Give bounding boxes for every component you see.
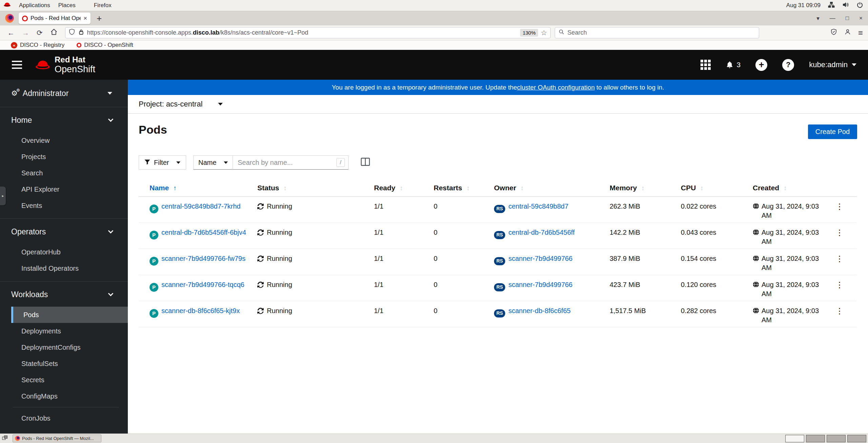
sidebar-item-deployments[interactable]: Deployments	[0, 323, 128, 339]
browser-search-bar[interactable]	[555, 27, 759, 38]
column-header-name[interactable]: Name↑	[139, 181, 257, 197]
window-maximize-button[interactable]: □	[846, 15, 849, 22]
kebab-menu-icon[interactable]: ⋮	[827, 254, 844, 263]
url-text[interactable]: https://console-openshift-console.apps.d…	[87, 29, 308, 36]
zoom-level-badge[interactable]: 130%	[520, 29, 538, 37]
window-close-button[interactable]: ×	[859, 15, 863, 22]
chevron-down-icon	[108, 228, 114, 233]
menu-firefox[interactable]: Firefox	[94, 2, 112, 9]
menu-places[interactable]: Places	[58, 2, 76, 9]
workspace-3[interactable]	[827, 435, 846, 442]
sidebar-item-installed-operators[interactable]: Installed Operators	[0, 260, 128, 276]
forward-button[interactable]: →	[22, 29, 29, 37]
url-bar[interactable]: https://console-openshift-console.apps.d…	[65, 27, 551, 38]
pod-badge: P	[150, 231, 158, 239]
sidebar-item-cronjobs[interactable]: CronJobs	[0, 410, 128, 426]
pod-link[interactable]: central-59c849b8d7-7krhd	[161, 203, 241, 210]
owner-link[interactable]: central-db-7d6b5456ff	[508, 229, 574, 236]
menu-applications[interactable]: Applications	[19, 2, 50, 9]
taskbar-window-button[interactable]: Pods - Red Hat OpenShift — Mozil...	[13, 435, 101, 442]
sidebar-item-secrets[interactable]: Secrets	[0, 372, 128, 388]
caret-down-icon	[224, 161, 228, 164]
bookmark-disco-registry[interactable]: « DISCO - Registry	[11, 42, 64, 49]
owner-link[interactable]: scanner-7b9d499766	[508, 255, 572, 262]
browser-search-input[interactable]	[568, 29, 755, 36]
nav-section-workloads[interactable]: Workloads	[0, 284, 128, 305]
nav-section-operators[interactable]: Operators	[0, 221, 128, 242]
column-header-memory[interactable]: Memory↕	[610, 181, 681, 197]
pod-link[interactable]: scanner-db-8f6c6f65-kjt9x	[161, 307, 240, 314]
app-menu-icon[interactable]: ≡	[858, 28, 863, 38]
name-search-input[interactable]	[238, 159, 336, 167]
owner-link[interactable]: central-59c849b8d7	[508, 203, 568, 210]
user-menu[interactable]: kube:admin	[809, 60, 856, 69]
account-icon[interactable]	[844, 28, 851, 37]
sidebar-item-overview[interactable]: Overview	[0, 132, 128, 149]
window-list-icon[interactable]	[2, 435, 8, 442]
bookmark-star-icon[interactable]: ☆	[541, 29, 547, 37]
kebab-menu-icon[interactable]: ⋮	[827, 202, 844, 211]
column-header-status[interactable]: Status↕	[257, 181, 374, 197]
workspace-2[interactable]	[806, 435, 825, 442]
network-icon[interactable]	[828, 1, 835, 10]
workspace-4[interactable]	[847, 435, 866, 442]
sidebar-item-events[interactable]: Events	[0, 197, 128, 214]
column-header-ready[interactable]: Ready↕	[374, 181, 434, 197]
volume-icon[interactable]	[842, 1, 849, 10]
tab-close-icon[interactable]: ×	[83, 15, 87, 22]
home-button[interactable]	[50, 28, 58, 37]
project-selector[interactable]: Project: acs-central	[128, 95, 868, 114]
manage-columns-icon[interactable]	[361, 158, 370, 167]
workspace-1[interactable]	[785, 435, 804, 442]
nav-resize-handle[interactable]: ▸	[0, 187, 6, 205]
restarts-cell: 0	[434, 275, 494, 301]
pod-link[interactable]: scanner-7b9d499766-fw79s	[161, 255, 245, 262]
sidebar-item-deploymentconfigs[interactable]: DeploymentConfigs	[0, 339, 128, 355]
kebab-menu-icon[interactable]: ⋮	[827, 280, 844, 289]
filter-dropdown[interactable]: Filter	[139, 155, 186, 170]
help-button[interactable]: ?	[782, 59, 794, 71]
tab-overflow-icon[interactable]: ▾	[816, 15, 820, 22]
owner-link[interactable]: scanner-db-8f6c6f65	[508, 307, 570, 314]
lock-icon[interactable]	[78, 29, 84, 37]
create-pod-button[interactable]: Create Pod	[808, 124, 857, 139]
notifications-button[interactable]: 3	[726, 61, 741, 69]
shield-icon[interactable]	[68, 28, 75, 37]
search-attribute-dropdown[interactable]: Name	[193, 155, 233, 170]
column-header-owner[interactable]: Owner↕	[494, 181, 610, 197]
reload-button[interactable]: ⟳	[37, 29, 43, 37]
back-button[interactable]: ←	[7, 29, 15, 37]
sidebar-item-search[interactable]: Search	[0, 165, 128, 181]
browser-tab[interactable]: Pods - Red Hat OpenShift ×	[19, 13, 91, 24]
bookmark-disco-openshift[interactable]: DISCO - OpenShift	[77, 42, 133, 49]
kebab-menu-icon[interactable]: ⋮	[827, 306, 844, 315]
brand-logo[interactable]: Red Hat OpenShift	[35, 56, 95, 74]
sidebar-item-pods[interactable]: Pods	[11, 307, 128, 323]
pod-link[interactable]: scanner-7b9d499766-tqcq6	[161, 281, 244, 288]
clock[interactable]: Aug 31 09:09	[786, 2, 821, 9]
oauth-config-link[interactable]: cluster OAuth configuration	[517, 84, 595, 91]
name-search-field[interactable]: /	[233, 155, 349, 170]
app-launcher-icon[interactable]	[701, 60, 711, 70]
column-header-created[interactable]: Created↕	[753, 181, 827, 197]
sidebar-item-statefulsets[interactable]: StatefulSets	[0, 355, 128, 372]
column-header-restarts[interactable]: Restarts↕	[434, 181, 494, 197]
created-timestamp: Aug 31, 2024, 9:03 AM	[762, 228, 827, 246]
pod-badge: P	[150, 283, 158, 292]
nav-toggle-icon[interactable]	[12, 61, 22, 69]
sidebar-item-operatorhub[interactable]: OperatorHub	[0, 244, 128, 260]
quick-create-button[interactable]: +	[755, 59, 767, 71]
kebab-menu-icon[interactable]: ⋮	[827, 228, 844, 237]
window-minimize-button[interactable]: —	[830, 15, 835, 22]
pod-link[interactable]: central-db-7d6b5456ff-6bjv4	[161, 229, 246, 236]
perspective-switcher[interactable]: ⚙⚙ Administrator	[0, 80, 128, 107]
sidebar-item-configmaps[interactable]: ConfigMaps	[0, 388, 128, 404]
owner-link[interactable]: scanner-7b9d499766	[508, 281, 572, 288]
power-icon[interactable]	[856, 1, 863, 10]
nav-section-home[interactable]: Home	[0, 110, 128, 130]
new-tab-button[interactable]: +	[97, 13, 102, 24]
column-header-cpu[interactable]: CPU↕	[681, 181, 753, 197]
sidebar-item-projects[interactable]: Projects	[0, 149, 128, 165]
protections-shield-icon[interactable]	[830, 28, 837, 37]
sidebar-item-api-explorer[interactable]: API Explorer	[0, 181, 128, 197]
